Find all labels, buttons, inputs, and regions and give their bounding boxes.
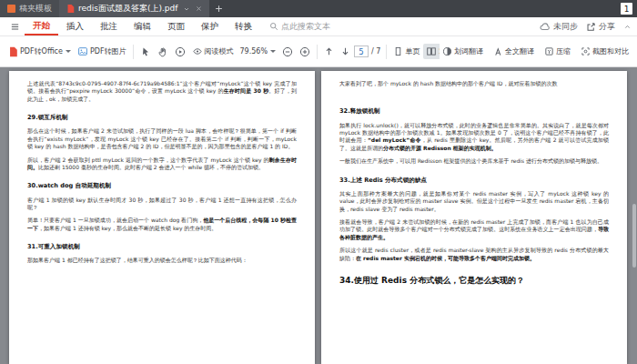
document-canvas[interactable]: 上述就代表“8743c9c0-0795-4907-87f4-6c719a9b45… [0,67,637,364]
play-icon [175,46,186,57]
compress-icon [544,46,554,56]
select-tool-button[interactable] [137,44,154,60]
text-run: 一般我们在生产系统中，可以用 Redisson 框架提供的这个类库来基于 red… [339,157,602,164]
hamburger-menu-icon [10,22,20,32]
section-heading: 31.可重入加锁机制 [27,243,297,251]
tab-label: 稿夹模板 [19,3,52,15]
text-run: 接着就会导致，客户端 2 来尝试加锁的时候，在新的 redis master 上… [339,218,609,232]
text-run: 简单！只要客户端 1 一旦加锁成功，就会启动一个 watch dog 看门狗， [27,217,203,223]
current-page-input[interactable] [354,46,369,57]
menu-item-protect[interactable]: 保护 [193,17,227,35]
previous-page-button[interactable] [321,44,337,59]
image-icon [77,46,88,56]
text-run: 31.可重入加锁机制 [27,243,80,250]
text-run: ，如果客户端 1 还持有锁 key，那么就会不断的延长锁 key 的生存时间。 [38,225,217,231]
toolbar-right-group: 划词翻译 全文翻译 压缩 截图和对比 [440,44,632,59]
screenshot-crop-icon [581,46,591,56]
section-heading: 30.watch dog 自动延期机制 [27,182,297,190]
pdf-to-office-button[interactable]: PDF转Office [5,44,74,60]
section-heading: 32.释放锁机制 [339,107,609,116]
toolbar: PDF转Office PDF转图片 阅读模式 79.56% [0,36,637,67]
single-page-view-button[interactable]: 单页 [390,44,422,59]
zoom-level-button[interactable]: 79.56% [238,45,279,58]
minus-circle-icon [282,46,293,57]
collapse-ribbon-button[interactable] [623,23,632,31]
eye-icon [192,46,203,56]
plus-circle-icon [299,46,310,57]
section-heading: 33.上述 Redis 分布式锁的缺点 [339,177,609,185]
toolbar-separator [317,45,318,59]
share-button[interactable]: 分享 [586,21,615,33]
section-heading: 29.锁互斥机制 [27,114,297,122]
screenshot-compare-label: 截图和对比 [592,46,629,56]
zoom-out-button[interactable] [279,44,296,60]
bold-text-run: 在 redis master 实例宕机的时候，可能导致多个客户端同时完成加锁。 [356,255,535,261]
menu-item-insert[interactable]: 插入 [58,17,92,35]
hand-tool-button[interactable] [155,44,171,60]
translate-a-icon [493,46,503,56]
pdf-page-right: 大家看到了吧，那个 myLock 的 hash 数据结构中的那个客户端 ID，就… [321,71,627,364]
pdf-file-icon [66,4,75,14]
bold-text-run: “del myLock”命令 [368,136,421,143]
double-page-view-button[interactable]: 双页 [423,44,440,59]
sync-status[interactable]: 未同步 [540,21,578,33]
menu-item-annotate[interactable]: 批注 [92,17,126,35]
menu-item-edit[interactable]: 编辑 [126,17,159,35]
cloud-icon [540,22,551,31]
text-run: 32.释放锁机制 [339,107,380,115]
word-translate-label: 划词翻译 [454,46,483,56]
single-page-label: 单页 [405,46,420,56]
screenshot-compare-button[interactable]: 截图和对比 [578,44,632,59]
pdf-to-image-label: PDF转图片 [90,46,126,56]
arrow-down-icon [340,46,350,56]
toolbar-separator [386,45,387,59]
next-page-button[interactable] [338,44,353,59]
tab-document[interactable]: redis面试题及答案(上).pdf [59,0,209,17]
text-run: 其实上面那种方案最大的问题，就是如果你对某个 redis master 实例，写… [339,190,609,212]
chevron-up-icon [623,23,632,31]
main-menu-button[interactable] [5,17,25,35]
search-input[interactable] [281,22,359,31]
dropdown-caret-icon [270,50,276,53]
pdf-to-office-label: PDF转Office [20,46,63,56]
section-heading: 34.使用过 Redis 分布式锁么，它是怎么实现的？ [339,275,609,287]
plus-icon [215,5,223,13]
word-translate-button[interactable]: 划词翻译 [440,44,486,59]
toolbar-separator [133,45,134,59]
paragraph: 上述就代表“8743c9c0-0795-4907-87f4-6c719a9b45… [27,80,297,103]
autoplay-button[interactable] [172,44,188,60]
paragraph: 大家看到了吧，那个 myLock 的 hash 数据结构中的那个客户端 ID，就… [339,80,609,87]
paragraph: 简单！只要客户端 1 一旦加锁成功，就会启动一个 watch dog 看门狗，他… [27,217,297,232]
notification-badge[interactable]: 1 [621,3,632,15]
text-run: 29.锁互斥机制 [27,114,68,121]
paragraph: 那如果客户端 1 都已经持有了这把锁了，结果可重入的锁会怎么样呢？比如下面这种代… [27,257,297,264]
close-tab-icon[interactable] [196,5,202,12]
menu-item-page[interactable]: 页面 [159,17,193,35]
zoom-value: 79.56% [240,47,268,56]
toolbar-left-group: PDF转Office PDF转图片 阅读模式 79.56% [5,44,440,60]
chevron-down-icon[interactable] [183,5,190,13]
sync-status-label: 未同步 [553,21,578,33]
zoom-in-button[interactable] [297,44,313,60]
vertical-scrollbar[interactable] [632,204,636,268]
bold-text-run: 分布式锁的开源 Redisson 框架的实现机制。 [383,145,497,151]
text-run: 那么在这个时候，如果客户端 2 来尝试加锁，执行了同样的一段 lua 脚本，会咋… [27,127,297,149]
tabbar-spacer [228,0,621,17]
paragraph: 如果执行 lock.unlock()，就可以释放分布式锁，此时的业务逻辑也是非常… [339,122,609,153]
read-mode-button[interactable]: 阅读模式 [189,44,237,59]
compress-button[interactable]: 压缩 [541,44,573,59]
full-translate-label: 全文翻译 [505,46,534,56]
menu-item-convert[interactable]: 转换 [227,17,260,35]
menu-item-start[interactable]: 开始 [25,17,58,35]
cursor-icon [140,46,151,57]
single-page-icon [393,46,403,56]
tab-home-templates[interactable]: 稿夹模板 [0,0,59,17]
full-translate-button[interactable]: 全文翻译 [490,44,537,59]
total-pages-label: / 7 [369,47,382,56]
compress-label: 压缩 [556,46,571,56]
share-label: 分享 [599,21,615,33]
new-tab-button[interactable] [209,0,228,17]
pdf-to-image-button[interactable]: PDF转图片 [75,44,129,59]
text-run: 比如还剩 15000 毫秒的生存时间。此时客户端 2 会进入一个 while 循… [38,164,264,170]
bold-text-run: 生存时间是 30 秒 [224,87,269,94]
